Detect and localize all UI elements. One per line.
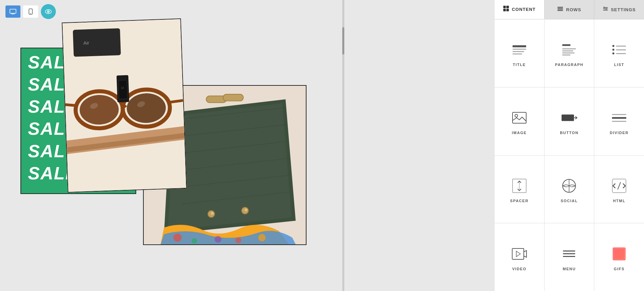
paragraph-icon [561,42,577,58]
svg-text:12: 12 [121,86,124,90]
content-item-image[interactable]: IMAGE [494,87,544,155]
preview-button[interactable] [41,4,56,19]
svg-line-64 [618,182,621,189]
html-label: HTML [613,199,626,203]
tab-content[interactable]: CONTENT [494,0,545,19]
canvas-scrollbar[interactable] [342,0,344,291]
svg-rect-49 [557,10,563,11]
svg-line-18 [62,104,75,106]
content-item-title[interactable]: TITLE [494,19,544,87]
svg-point-38 [215,236,221,243]
svg-point-37 [192,238,197,244]
rows-tab-label: ROWS [566,7,581,12]
list-icon [611,42,627,58]
tab-rows[interactable]: ROWS [545,0,595,19]
title-icon [511,42,528,58]
sunglasses-photo: Air [62,19,186,192]
svg-rect-44 [506,6,509,8]
rows-tab-icon [557,6,563,13]
content-item-video[interactable]: VIDEO [494,223,544,291]
social-label: SOCIAL [561,199,578,203]
sunglasses-frame: Air [62,18,187,193]
svg-rect-54 [606,8,607,10]
svg-rect-57 [562,115,574,121]
title-label: TITLE [513,63,526,67]
content-item-paragraph[interactable]: PARAGRAPH [545,19,594,87]
divider-label: DIVIDER [610,131,629,135]
content-tab-icon [503,5,509,13]
svg-point-40 [258,234,266,241]
settings-tab-label: SETTINGS [611,7,636,12]
content-tab-label: CONTENT [512,7,536,12]
button-icon [561,110,577,126]
content-grid: TITLE PARAGRAPH [494,19,644,291]
settings-tab-icon [603,6,608,13]
svg-rect-45 [503,9,506,11]
image-label: IMAGE [512,131,527,135]
video-icon [511,246,528,262]
canvas-scrollbar-thumb[interactable] [342,27,344,54]
video-label: VIDEO [512,267,527,271]
svg-rect-48 [557,9,563,10]
svg-point-5 [30,13,31,14]
social-icon [561,178,577,194]
svg-rect-23 [119,80,128,99]
svg-rect-47 [557,7,563,8]
mobile-view-button[interactable] [23,5,38,18]
paragraph-label: PARAGRAPH [555,63,584,67]
svg-rect-65 [512,248,524,259]
spacer-label: SPACER [510,199,529,203]
content-item-spacer[interactable]: SPACER [494,156,544,223]
svg-rect-46 [506,9,509,11]
svg-point-8 [48,11,49,12]
svg-rect-55 [513,112,526,123]
content-item-social[interactable]: SOCIAL [545,156,594,223]
content-item-gifs[interactable]: GIFS [594,223,644,291]
spacer-icon [511,178,528,194]
gifs-label: GIFS [614,267,625,271]
gifs-icon [611,246,627,262]
canvas-content: SAL SAL SAL SAL SAL SAL SALE [20,14,327,269]
svg-point-33 [211,212,214,215]
content-item-list[interactable]: LIST [594,19,644,87]
top-toolbar [0,0,61,23]
content-item-divider[interactable]: DIVIDER [594,87,644,155]
svg-point-39 [235,237,241,243]
svg-point-36 [173,233,182,242]
svg-rect-43 [503,6,506,8]
content-item-button[interactable]: BUTTON [545,87,594,155]
svg-rect-51 [603,9,608,9]
tab-bar: CONTENT ROWS SET [494,0,644,19]
button-label: BUTTON [560,131,579,135]
svg-rect-42 [223,94,243,101]
svg-rect-53 [604,6,604,9]
content-item-html[interactable]: HTML [594,156,644,223]
svg-rect-12 [73,28,121,57]
svg-rect-0 [10,9,16,13]
svg-text:Air: Air [83,40,90,46]
right-panel: CONTENT ROWS SET [494,0,644,291]
desktop-view-button[interactable] [5,5,20,18]
menu-icon [561,246,577,262]
menu-label: MENU [563,267,576,271]
canvas-area: SAL SAL SAL SAL SAL SAL SALE [0,0,494,291]
html-icon [611,178,627,194]
content-item-menu[interactable]: MENU [545,223,594,291]
svg-point-56 [515,114,518,117]
tab-settings[interactable]: SETTINGS [594,0,644,19]
svg-point-35 [245,209,247,211]
svg-rect-66 [613,247,626,260]
svg-rect-52 [603,10,608,11]
list-label: LIST [614,63,624,67]
divider-icon [611,110,627,126]
image-icon [511,110,528,126]
